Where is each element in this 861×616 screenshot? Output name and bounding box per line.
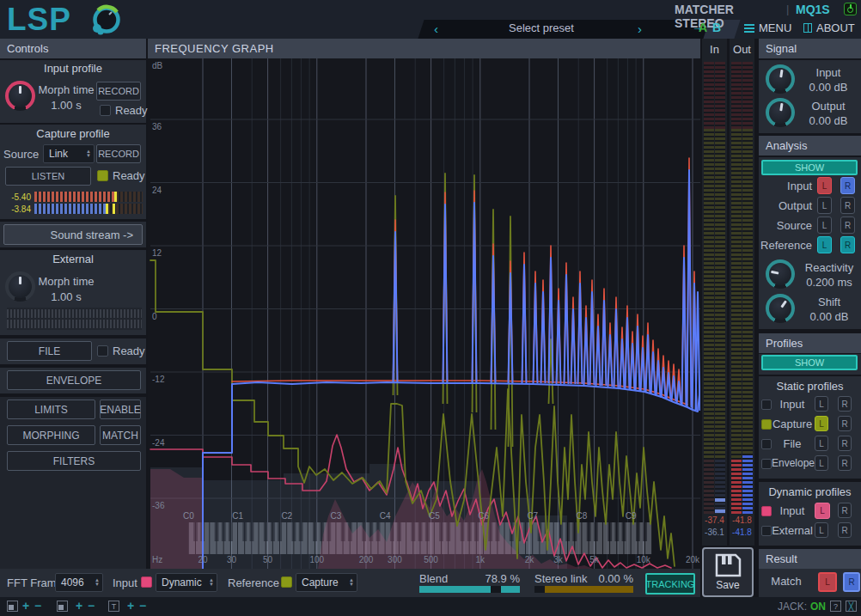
spinner-icon: ▲▼ (86, 149, 91, 158)
stereo-link-slider[interactable] (534, 586, 633, 593)
static-capture-checkbox[interactable] (761, 419, 772, 430)
capture-ready-checkbox[interactable] (97, 170, 108, 181)
signal-input-value: 0.00 dB (797, 81, 859, 94)
analysis-show-button[interactable]: SHOW (761, 160, 858, 175)
static-input-r-button[interactable]: R (838, 396, 852, 412)
capture-source-dropdown[interactable]: Link ▲▼ (43, 144, 95, 163)
profiles-show-button[interactable]: SHOW (761, 355, 858, 370)
about-button[interactable]: ABOUT (803, 21, 855, 34)
stereo-link-slider-knob[interactable] (534, 586, 545, 593)
analysis-input-l-button[interactable]: L (817, 177, 832, 194)
in-meter-value-l: -37.4 (702, 515, 727, 525)
tracking-button[interactable]: TRACKING (645, 573, 695, 595)
capture-listen-button[interactable]: LISTEN (5, 167, 91, 186)
preset-prev-button[interactable]: ‹ (434, 21, 438, 38)
dynamic-input-checkbox[interactable] (761, 506, 772, 516)
input-morph-knob[interactable] (5, 81, 35, 111)
zoom-in-button[interactable]: + (127, 601, 134, 612)
static-file-checkbox[interactable] (761, 439, 772, 449)
svg-text:10k: 10k (637, 555, 651, 564)
static-input-checkbox[interactable] (761, 399, 772, 410)
analysis-source-l-button[interactable]: L (817, 217, 832, 234)
zoom-out-button[interactable]: − (34, 601, 41, 612)
ab-select-b[interactable]: B (712, 21, 721, 34)
zoom-in-button[interactable]: + (22, 601, 29, 612)
sound-stream-button[interactable]: Sound stream -> (3, 224, 143, 245)
input-source-dropdown[interactable]: Dynamic ▲▼ (156, 573, 217, 592)
analysis-source-r-button[interactable]: R (840, 217, 855, 234)
static-envelope-checkbox[interactable] (761, 459, 772, 469)
limits-button[interactable]: LIMITS (7, 399, 95, 419)
analysis-reference-r-button[interactable]: R (840, 236, 855, 253)
result-match-r-button[interactable]: R (843, 572, 860, 592)
signal-output-value: 0.00 dB (797, 114, 859, 127)
capture-record-button[interactable]: RECORD (96, 144, 141, 163)
signal-header: Signal (759, 39, 861, 58)
result-match-l-button[interactable]: L (818, 572, 837, 592)
preset-select[interactable]: Select preset (481, 21, 601, 34)
analysis-row-label: Reference (754, 239, 812, 252)
dynamic-external-r-button[interactable]: R (838, 522, 852, 538)
blend-slider[interactable] (419, 586, 520, 593)
static-capture-r-button[interactable]: R (838, 416, 852, 431)
morphing-button[interactable]: MORPHING (7, 425, 95, 445)
svg-text:5k: 5k (589, 555, 600, 564)
analysis-reference-l-button[interactable]: L (817, 236, 832, 253)
power-button[interactable] (844, 3, 857, 15)
static-capture-l-button[interactable]: L (815, 416, 828, 431)
preset-next-button[interactable]: › (638, 21, 642, 38)
dynamic-input-r-button[interactable]: R (838, 503, 852, 518)
dynamic-input-l-button[interactable]: L (815, 503, 830, 519)
external-morph-label: Morph time (38, 275, 95, 288)
close-connection-icon[interactable]: ╳ (846, 601, 857, 612)
svg-text:C0: C0 (183, 511, 194, 521)
help-icon[interactable]: ? (830, 601, 841, 612)
signal-input-knob[interactable] (766, 64, 795, 94)
static-input-l-button[interactable]: L (815, 396, 828, 412)
dynamic-external-checkbox[interactable] (761, 526, 772, 536)
static-envelope-r-button[interactable]: R (838, 455, 852, 471)
input-ready-label: Ready (115, 104, 148, 117)
menu-button[interactable]: MENU (744, 21, 791, 34)
input-morph-value: 1.00 s (38, 99, 95, 112)
external-morph-knob[interactable] (5, 271, 35, 302)
capture-source-label: Source (3, 148, 39, 161)
static-envelope-l-button[interactable]: L (815, 455, 828, 471)
analysis-row-label: Input (759, 180, 812, 192)
capture-meter-value-l: -5.40 (2, 192, 31, 202)
file-ready-checkbox[interactable] (97, 345, 108, 357)
shift-value: 0.00 dB (797, 310, 861, 323)
zoom-out-button[interactable]: − (139, 601, 146, 612)
signal-output-knob[interactable] (766, 98, 795, 127)
signal-output-label: Output (797, 100, 859, 113)
envelope-button[interactable]: ENVELOPE (7, 370, 141, 390)
analysis-output-l-button[interactable]: L (817, 197, 832, 214)
analysis-output-r-button[interactable]: R (840, 197, 855, 214)
enable-button[interactable]: ENABLE (100, 399, 141, 419)
svg-text:-36: -36 (152, 501, 165, 510)
svg-text:C4: C4 (380, 511, 391, 521)
svg-text:20: 20 (198, 555, 208, 564)
shift-knob[interactable] (766, 294, 795, 323)
static-file-r-button[interactable]: R (838, 436, 852, 451)
zoom-out-button[interactable]: − (88, 601, 95, 612)
about-icon (803, 23, 812, 33)
filters-button[interactable]: FILTERS (7, 451, 141, 471)
file-button[interactable]: FILE (7, 341, 92, 361)
blend-slider-knob[interactable] (491, 586, 501, 593)
fft-frame-dropdown[interactable]: 4096 ▲▼ (55, 573, 103, 592)
stereo-link-value: 0.00 % (582, 572, 633, 585)
dynamic-external-l-button[interactable]: L (815, 522, 828, 538)
input-ready-checkbox[interactable] (100, 105, 111, 116)
reference-source-dropdown[interactable]: Capture ▲▼ (296, 573, 357, 592)
zoom-in-button[interactable]: + (76, 601, 82, 612)
input-record-button[interactable]: RECORD (96, 82, 141, 101)
signal-input-label: Input (797, 66, 859, 79)
analysis-input-r-button[interactable]: R (840, 177, 855, 194)
svg-text:300: 300 (388, 555, 402, 564)
static-file-l-button[interactable]: L (815, 436, 828, 451)
save-button[interactable]: Save (702, 547, 754, 597)
match-button[interactable]: MATCH (100, 425, 141, 445)
shift-label: Shift (797, 296, 861, 308)
reactivity-knob[interactable] (766, 259, 795, 289)
